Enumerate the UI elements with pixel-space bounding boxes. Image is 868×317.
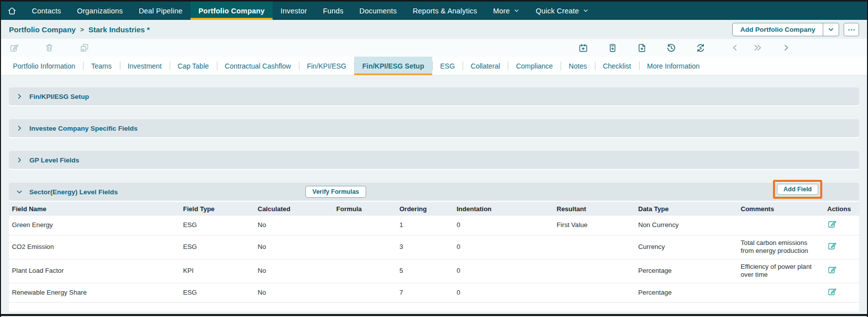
chevron-right-icon[interactable] xyxy=(781,43,790,52)
cell-ordering: 5 xyxy=(396,259,454,283)
calendar-add-icon[interactable] xyxy=(578,43,588,53)
section-investee-company-specific-fields[interactable]: Investee Company Specific Fields xyxy=(9,119,859,137)
tab-fin-kpi-esg[interactable]: Fin/KPI/ESG xyxy=(299,57,354,75)
row-edit-icon[interactable] xyxy=(827,219,837,229)
col-header-field-name: Field Name xyxy=(9,202,180,216)
nav-item-contacts[interactable]: Contacts xyxy=(24,1,69,20)
tab-contractual-cashflow[interactable]: Contractual Cashflow xyxy=(217,57,299,75)
cell-field-type: KPI xyxy=(180,259,255,283)
nav-item-more[interactable]: More xyxy=(485,1,528,20)
svg-text:$: $ xyxy=(699,46,702,50)
col-header-calculated: Calculated xyxy=(255,202,333,216)
breadcrumb: Portfolio Company > Stark Industries * xyxy=(9,25,150,34)
edit-icon[interactable] xyxy=(9,43,19,53)
cell-formula xyxy=(333,283,396,303)
add-portfolio-company-dropdown-toggle[interactable] xyxy=(823,23,839,36)
nav-item-funds[interactable]: Funds xyxy=(315,1,351,20)
table-row: Green Energy ESG No 1 0 First Value Non … xyxy=(9,216,860,235)
delete-icon[interactable] xyxy=(44,43,54,53)
table-row: Plant Load Factor KPI No 5 0 Percentage … xyxy=(9,259,860,283)
nav-item-quick-create[interactable]: Quick Create xyxy=(528,1,597,20)
cell-calculated: No xyxy=(255,216,333,235)
chevron-right-icon xyxy=(16,93,23,100)
form-add-icon[interactable] xyxy=(607,43,618,53)
tab-notes[interactable]: Notes xyxy=(561,57,595,75)
cell-field-name: CO2 Emission xyxy=(9,235,180,259)
main-navbar: Contacts Organizations Deal Pipeline Por… xyxy=(1,1,867,20)
cell-field-name: Plant Load Factor xyxy=(9,259,180,283)
nav-item-documents[interactable]: Documents xyxy=(352,1,405,20)
tab-fin-kpi-esg-setup[interactable]: Fin/KPI/ESG Setup xyxy=(354,57,432,75)
cell-comments: Efficiency of power plant over time xyxy=(738,259,824,283)
tab-teams[interactable]: Teams xyxy=(83,57,119,75)
section-fin-kpi-esg-setup[interactable]: Fin/KPI/ESG Setup xyxy=(9,87,859,105)
add-portfolio-company-button[interactable]: Add Portfolio Company xyxy=(733,23,823,36)
more-options-button[interactable]: ⋯ xyxy=(844,23,859,36)
cell-field-name: Renewable Energy Share xyxy=(9,283,180,303)
double-chevron-right-icon[interactable] xyxy=(753,43,763,52)
cell-data-type: Percentage xyxy=(635,283,738,303)
table-row: CO2 Emission ESG No 3 0 Currency Total c… xyxy=(9,235,860,259)
cell-formula xyxy=(333,216,396,235)
cell-data-type: Non Currency xyxy=(635,216,738,235)
col-header-formula: Formula xyxy=(333,202,396,216)
table-row: Renewable Energy Share ESG No 7 0 Percen… xyxy=(9,283,860,303)
tab-content: Fin/KPI/ESG Setup Investee Company Speci… xyxy=(1,76,867,312)
tab-investment[interactable]: Investment xyxy=(120,57,170,75)
col-header-indentation: Indentation xyxy=(454,202,554,216)
verify-formulas-button[interactable]: Verify Formulas xyxy=(305,186,366,198)
cell-field-type: ESG xyxy=(180,283,255,303)
home-icon[interactable] xyxy=(1,1,24,20)
section-sector-energy-level-fields[interactable]: Sector(Energy) Level Fields Verify Formu… xyxy=(9,183,859,201)
row-edit-icon[interactable] xyxy=(827,265,837,275)
cell-resultant: First Value xyxy=(554,216,635,235)
tab-compliance[interactable]: Compliance xyxy=(508,57,561,75)
record-toolbar: $ xyxy=(1,39,867,57)
cell-resultant xyxy=(554,235,635,259)
cell-field-type: ESG xyxy=(180,235,255,259)
tab-collateral[interactable]: Collateral xyxy=(463,57,508,75)
chevron-right-icon xyxy=(16,125,23,132)
duplicate-icon[interactable] xyxy=(79,43,90,53)
toolbar-left-group xyxy=(9,43,90,53)
tab-cap-table[interactable]: Cap Table xyxy=(170,57,217,75)
breadcrumb-root[interactable]: Portfolio Company xyxy=(9,25,76,34)
tab-esg[interactable]: ESG xyxy=(432,57,463,75)
app-window: Contacts Organizations Deal Pipeline Por… xyxy=(0,0,868,317)
cell-formula xyxy=(333,235,396,259)
nav-item-deal-pipeline[interactable]: Deal Pipeline xyxy=(131,1,191,20)
chevron-left-icon[interactable] xyxy=(731,43,740,52)
nav-item-reports-analytics[interactable]: Reports & Analytics xyxy=(405,1,485,20)
add-field-button[interactable]: Add Field xyxy=(777,184,818,195)
chevron-right-icon xyxy=(16,157,23,163)
tab-portfolio-information[interactable]: Portfolio Information xyxy=(5,57,83,75)
currency-refresh-icon[interactable]: $ xyxy=(695,43,706,53)
chevron-down-icon xyxy=(16,188,23,195)
nav-item-organizations[interactable]: Organizations xyxy=(69,1,131,20)
cell-ordering: 7 xyxy=(396,283,454,303)
cell-comments: Total carbon emissions from energy produ… xyxy=(738,235,824,259)
row-edit-icon[interactable] xyxy=(827,287,837,297)
page-header: Portfolio Company > Stark Industries * A… xyxy=(1,20,867,39)
section-gp-level-fields[interactable]: GP Level Fields xyxy=(9,151,859,169)
cell-data-type: Percentage xyxy=(635,259,738,283)
chevron-down-icon xyxy=(513,7,520,14)
nav-item-portfolio-company[interactable]: Portfolio Company xyxy=(191,1,273,20)
cell-comments xyxy=(738,283,824,303)
add-field-highlight-box: Add Field xyxy=(773,180,822,199)
cell-resultant xyxy=(554,283,635,303)
tab-more-information[interactable]: More Information xyxy=(639,57,708,75)
row-edit-icon[interactable] xyxy=(827,241,837,251)
nav-item-investor[interactable]: Investor xyxy=(273,1,315,20)
section-title: Sector(Energy) Level Fields xyxy=(29,188,118,196)
cell-indentation: 0 xyxy=(454,235,554,259)
nav-quick-create-label: Quick Create xyxy=(536,7,579,15)
tab-checklist[interactable]: Checklist xyxy=(595,57,639,75)
cell-field-name: Green Energy xyxy=(9,216,180,235)
file-add-icon[interactable] xyxy=(637,43,647,53)
col-header-data-type: Data Type xyxy=(635,202,738,216)
col-header-resultant: Resultant xyxy=(554,202,635,216)
history-icon[interactable] xyxy=(666,43,676,53)
nav-more-label: More xyxy=(493,7,510,15)
table-header-row: Field Name Field Type Calculated Formula… xyxy=(9,202,860,216)
